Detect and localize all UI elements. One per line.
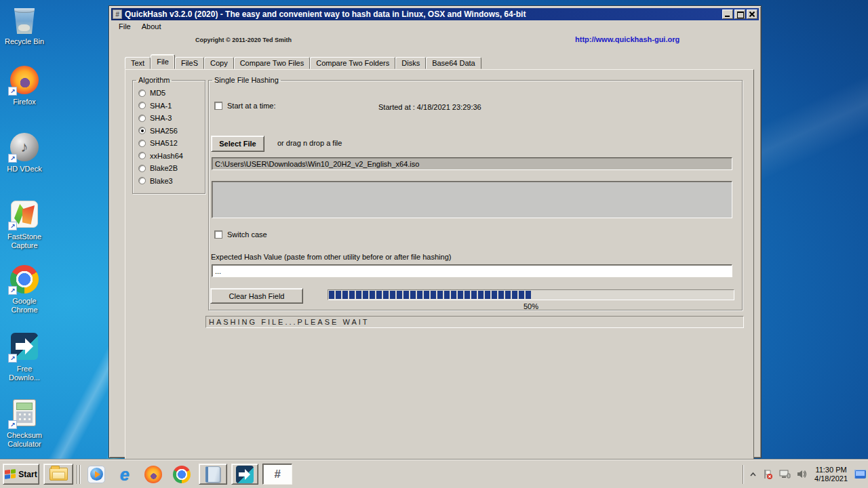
radio-xxhash64[interactable]: xxHash64: [138, 152, 205, 160]
radio-sha512[interactable]: SHA512: [138, 139, 205, 147]
tab-base64-data[interactable]: Base64 Data: [426, 57, 481, 69]
taskbar-chrome-button[interactable]: [169, 464, 195, 485]
network-icon[interactable]: [778, 469, 791, 479]
quickhash-website-link[interactable]: http://www.quickhash-gui.org: [575, 35, 679, 43]
desktop-icon-label: Recycle Bin: [2, 37, 47, 46]
recycle-bin-icon: [13, 5, 36, 34]
tab-file[interactable]: File: [151, 54, 175, 69]
taskbar-media-player-button[interactable]: [83, 464, 109, 485]
taskbar: Start e #: [0, 460, 868, 488]
expected-hash-label: Expected Hash Value (paste from other ut…: [211, 253, 451, 261]
desktop-icon-free-download-manager[interactable]: ↗ Free Downlo...: [2, 332, 47, 382]
progress-percent-label: 50%: [328, 302, 734, 310]
tab-text[interactable]: Text: [125, 57, 151, 69]
shortcut-arrow-icon: ↗: [8, 154, 17, 163]
tab-disks[interactable]: Disks: [395, 57, 426, 69]
tab-compare-two-files[interactable]: Compare Two Files: [234, 57, 311, 69]
desktop-icon-recycle-bin[interactable]: Recycle Bin: [2, 5, 47, 46]
windows-logo-icon: [5, 469, 16, 479]
status-bar: HASHING FILE...PLEASE WAIT: [205, 316, 744, 328]
radio-label: SHA512: [150, 139, 178, 147]
checkbox-icon: [214, 230, 222, 239]
radio-icon: [138, 115, 146, 122]
free-download-manager-icon: [236, 466, 254, 483]
taskbar-notepad-button[interactable]: [199, 464, 227, 485]
desktop-icon-label: Checksum Calculator: [2, 431, 47, 449]
quickhash-window: # QuickHash v3.2.0 (2020) - The easy and…: [108, 5, 762, 458]
checkbox-icon: [214, 102, 222, 110]
algorithm-groupbox: Algorithm MD5 SHA-1 SHA-3: [132, 76, 205, 194]
maximize-button[interactable]: [734, 9, 745, 19]
radio-blake3[interactable]: Blake3: [138, 177, 205, 185]
started-at-text: Started at : 4/18/2021 23:29:36: [378, 103, 481, 111]
windows-media-player-icon: [87, 466, 105, 483]
desktop-icon-label: Google Chrome: [2, 297, 47, 314]
taskbar-internet-explorer-button[interactable]: e: [112, 464, 138, 485]
explorer-folder-icon: [50, 468, 68, 481]
radio-icon: [138, 89, 146, 97]
radio-sha256[interactable]: SHA256: [138, 127, 205, 135]
progress-fill: [329, 291, 531, 299]
action-center-flag-icon[interactable]: [762, 469, 773, 480]
menu-bar: File About: [111, 20, 759, 32]
tab-compare-two-folders[interactable]: Compare Two Folders: [310, 57, 395, 69]
radio-label: SHA-3: [150, 114, 172, 122]
tab-files[interactable]: FileS: [175, 57, 204, 69]
copyright-text: Copyright © 2011-2020 Ted Smith: [195, 37, 292, 43]
taskbar-firefox-button[interactable]: [140, 464, 166, 485]
start-button-label: Start: [18, 470, 37, 479]
hash-result-memo[interactable]: [212, 181, 732, 218]
tray-divider: [743, 465, 744, 484]
radio-icon: [138, 127, 146, 134]
drag-drop-hint: or drag n drop a file: [277, 139, 342, 147]
desktop: Recycle Bin ↗ Firefox ♪ ↗ HD VDeck ↗ Fas…: [0, 0, 868, 488]
desktop-icon-checksum-calculator[interactable]: ↗ Checksum Calculator: [2, 399, 47, 449]
shortcut-arrow-icon: ↗: [8, 354, 17, 363]
radio-icon: [138, 152, 146, 159]
tab-copy[interactable]: Copy: [204, 57, 234, 69]
volume-icon[interactable]: [796, 469, 808, 479]
desktop-icon-faststone-capture[interactable]: ↗ FastStone Capture: [2, 200, 47, 250]
hidden-icons-chevron-icon[interactable]: [749, 471, 757, 477]
taskbar-explorer-button[interactable]: [43, 464, 73, 485]
desktop-icon-hd-vdeck[interactable]: ♪ ↗ HD VDeck: [2, 133, 47, 174]
radio-label: Blake3: [150, 177, 173, 185]
radio-sha-1[interactable]: SHA-1: [138, 102, 205, 110]
radio-label: SHA-1: [150, 102, 172, 110]
radio-md5[interactable]: MD5: [138, 89, 205, 97]
radio-label: Blake2B: [150, 164, 178, 172]
clock-date: 4/18/2021: [814, 474, 848, 483]
desktop-icon-label: Firefox: [2, 98, 47, 106]
close-button[interactable]: [747, 9, 757, 19]
start-at-a-time-checkbox[interactable]: Start at a time:: [214, 102, 276, 110]
radio-sha-3[interactable]: SHA-3: [138, 114, 205, 122]
shortcut-arrow-icon: ↗: [8, 222, 17, 230]
taskbar-clock[interactable]: 11:30 PM 4/18/2021: [813, 466, 849, 483]
algorithm-legend: Algorithm: [136, 76, 172, 84]
expected-hash-input[interactable]: ...: [212, 264, 732, 277]
desktop-icon-google-chrome[interactable]: ↗ Google Chrome: [2, 265, 47, 314]
desktop-icon-label: HD VDeck: [2, 165, 47, 174]
minimize-button[interactable]: [722, 9, 733, 19]
app-icon: #: [113, 9, 122, 19]
display-tray-icon[interactable]: [854, 470, 866, 479]
hashing-progress-bar: [328, 289, 734, 300]
select-file-button[interactable]: Select File: [211, 136, 264, 152]
taskbar-fdm-button[interactable]: [231, 464, 258, 485]
switch-case-checkbox[interactable]: Switch case: [214, 230, 267, 239]
start-button[interactable]: Start: [3, 464, 39, 485]
clear-hash-field-button[interactable]: Clear Hash Field: [210, 288, 303, 304]
title-bar[interactable]: # QuickHash v3.2.0 (2020) - The easy and…: [111, 8, 759, 20]
desktop-icon-firefox[interactable]: ↗ Firefox: [2, 66, 47, 106]
taskbar-quickhash-button[interactable]: #: [262, 464, 292, 485]
menu-file[interactable]: File: [114, 22, 136, 31]
checkbox-label: Switch case: [227, 230, 267, 239]
menu-about[interactable]: About: [137, 22, 166, 31]
chrome-icon: [173, 466, 191, 483]
window-title: QuickHash v3.2.0 (2020) - The easy and c…: [125, 9, 719, 19]
notepad-icon: [205, 466, 220, 483]
file-path-field[interactable]: C:\Users\USER\Downloads\Win10_20H2_v2_En…: [212, 157, 732, 170]
radio-blake2b[interactable]: Blake2B: [138, 164, 205, 172]
desktop-icon-label: Free Downlo...: [2, 365, 47, 382]
radio-label: MD5: [150, 89, 165, 97]
